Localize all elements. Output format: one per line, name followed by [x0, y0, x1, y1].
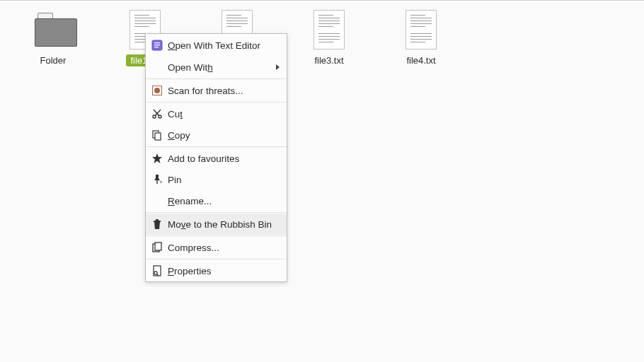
star-icon [151, 153, 163, 164]
blank-icon [151, 62, 163, 73]
svg-rect-18 [155, 243, 161, 250]
menu-label: Pin [168, 175, 280, 185]
menu-label: Compress... [168, 243, 280, 253]
svg-rect-2 [154, 45, 160, 45]
properties-icon [151, 265, 163, 276]
item-label: file4.txt [402, 54, 439, 66]
svg-marker-12 [152, 153, 162, 163]
desktop-file[interactable]: file3.txt [283, 9, 375, 66]
context-menu: Open With Text Editor Open With Scan for… [145, 33, 287, 282]
desktop-file[interactable]: file4.txt [375, 9, 467, 66]
menu-separator [146, 102, 287, 103]
desktop-folder[interactable]: Folder [7, 9, 99, 66]
shield-icon [151, 85, 163, 96]
trash-icon [151, 218, 163, 230]
item-label: file3.txt [310, 54, 347, 66]
menu-separator [146, 78, 287, 79]
svg-rect-11 [155, 133, 161, 140]
copy-icon [151, 129, 163, 141]
scissors-icon [151, 108, 163, 119]
menu-separator [146, 259, 287, 259]
menu-properties[interactable]: Properties [146, 260, 287, 281]
menu-open-with-text-editor[interactable]: Open With Text Editor [146, 34, 287, 57]
blank-icon [151, 195, 163, 206]
menu-copy[interactable]: Copy [146, 124, 287, 146]
svg-point-7 [159, 115, 161, 118]
menu-label: Add to favourites [168, 153, 280, 164]
svg-point-6 [153, 115, 156, 118]
menu-separator [146, 235, 287, 236]
menu-compress[interactable]: Compress... [146, 237, 287, 258]
menu-label: Copy [168, 130, 280, 141]
menu-move-to-rubbish-bin[interactable]: Move to the Rubbish Bin [146, 214, 287, 235]
svg-rect-1 [154, 42, 160, 43]
menu-scan-for-threats[interactable]: Scan for threats... [146, 80, 287, 101]
compress-icon [151, 242, 163, 253]
svg-text:+: + [159, 179, 163, 185]
text-file-icon [406, 10, 437, 49]
item-label: Folder [36, 54, 71, 66]
menu-open-with[interactable]: Open With [146, 57, 287, 78]
menu-add-to-favourites[interactable]: Add to favourites [146, 148, 287, 169]
submenu-arrow-icon [276, 64, 280, 70]
text-editor-icon [151, 40, 163, 51]
menu-label: Cut [168, 109, 280, 119]
folder-icon [35, 13, 71, 47]
svg-rect-15 [154, 221, 161, 222]
svg-rect-16 [156, 219, 159, 221]
menu-separator [146, 212, 287, 213]
menu-label: Properties [168, 266, 280, 276]
menu-separator [146, 146, 287, 147]
svg-point-5 [154, 88, 160, 93]
menu-label: Open With Text Editor [168, 40, 280, 51]
menu-cut[interactable]: Cut [146, 103, 287, 124]
menu-label: Scan for threats... [168, 86, 280, 96]
file-manager-view[interactable]: Folderfile1.txtfile2.txtfile3.txtfile4.t… [0, 1, 644, 362]
menu-label: Open With [168, 62, 271, 73]
menu-rename[interactable]: Rename... [146, 190, 287, 211]
menu-label: Rename... [168, 196, 280, 206]
svg-rect-3 [154, 47, 159, 47]
pin-icon: + [151, 174, 163, 185]
text-file-icon [314, 10, 345, 49]
menu-pin[interactable]: + Pin [146, 169, 287, 190]
menu-label: Move to the Rubbish Bin [168, 219, 280, 230]
svg-rect-13 [156, 180, 157, 184]
